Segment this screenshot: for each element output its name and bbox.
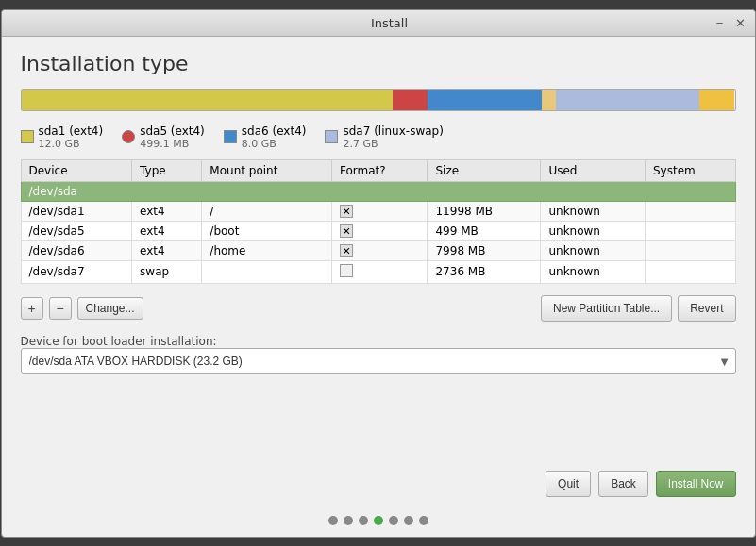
legend-swatch-sda6 [224,130,237,143]
bootloader-select-wrapper[interactable]: /dev/sda ATA VBOX HARDDISK (23.2 GB) [21,348,736,374]
sda1-format: ✕ [331,201,428,221]
legend-sub-sda6: 8.0 GB [242,138,307,150]
table-header-row: Device Type Mount point Format? Size Use… [21,159,735,181]
minimize-button[interactable]: − [714,16,727,29]
col-size: Size [428,159,541,181]
table-row-sda7[interactable]: /dev/sda7 swap 2736 MB unknown [21,260,735,283]
sda1-used: unknown [541,201,646,221]
col-format: Format? [331,159,428,181]
table-row-sda6[interactable]: /dev/sda6 ext4 /home ✕ 7998 MB unknown [21,240,735,260]
legend-sda6: sda6 (ext4) 8.0 GB [224,124,307,150]
footer-buttons: Quit Back Install Now [2,463,755,508]
sda7-size: 2736 MB [428,260,541,283]
disk-segment-sda6 [428,90,542,110]
legend-swatch-sda1 [21,130,34,143]
sda6-mount: /home [202,240,332,260]
legend-swatch-sda5 [122,130,135,143]
disk-legend: sda1 (ext4) 12.0 GB sda5 (ext4) 499.1 MB… [21,124,736,150]
sda7-used: unknown [541,260,646,283]
dot-5 [389,516,398,525]
disk-segment-gap [542,90,556,110]
bottom-controls: + − Change... New Partition Table... Rev… [21,295,736,322]
sda5-format-check: ✕ [340,224,353,238]
legend-swatch-sda7 [325,130,338,143]
install-now-button[interactable]: Install Now [656,471,736,497]
col-device: Device [21,159,132,181]
sda5-mount: /boot [202,221,332,240]
legend-sda7: sda7 (linux-swap) 2.7 GB [325,124,443,150]
col-system: System [646,159,736,181]
change-partition-button[interactable]: Change... [77,297,143,320]
revert-button[interactable]: Revert [678,295,735,322]
sda6-format: ✕ [331,240,428,260]
sda6-format-check: ✕ [340,244,353,257]
sda7-type: swap [132,260,202,283]
sda1-type: ext4 [132,201,202,221]
sda6-size: 7998 MB [428,240,541,260]
legend-sub-sda7: 2.7 GB [343,138,443,150]
titlebar-controls: − ✕ [714,16,748,29]
quit-button[interactable]: Quit [546,471,591,497]
dot-4 [374,516,383,525]
sda5-type: ext4 [132,221,202,240]
remove-partition-button[interactable]: − [49,297,72,320]
sda7-format [331,260,428,283]
main-content: Installation type sda1 (ext4) 12.0 GB [2,37,755,463]
sda5-device: /dev/sda5 [21,221,132,240]
sda7-system [646,260,736,283]
col-mount: Mount point [202,159,332,181]
sda6-type: ext4 [132,240,202,260]
legend-label-sda5: sda5 (ext4) [140,124,205,138]
add-partition-button[interactable]: + [21,297,43,320]
dot-1 [328,516,338,525]
disk-segment-sda5 [393,90,428,110]
window-title: Install [66,16,714,30]
sda5-system [646,221,736,240]
disk-segment-free [699,90,735,110]
legend-sda1: sda1 (ext4) 12.0 GB [21,124,104,150]
dot-7 [419,516,428,525]
legend-label-sda7: sda7 (linux-swap) [343,124,443,138]
legend-sda5: sda5 (ext4) 499.1 MB [122,124,205,150]
progress-dots [2,508,755,537]
table-row-sda1[interactable]: /dev/sda1 ext4 / ✕ 11998 MB unknown [21,201,735,221]
dot-2 [344,516,353,525]
legend-label-sda1: sda1 (ext4) [39,124,104,138]
sda5-used: unknown [541,221,646,240]
back-button[interactable]: Back [598,471,648,497]
new-partition-table-button[interactable]: New Partition Table... [541,295,672,322]
table-row-sda[interactable]: /dev/sda [21,181,735,201]
page-title: Installation type [21,52,736,75]
sda1-system [646,201,736,221]
close-button[interactable]: ✕ [734,16,748,29]
disk-segment-sda7 [556,90,698,110]
sda7-device: /dev/sda7 [21,260,132,283]
bootloader-label: Device for boot loader installation: [21,335,736,348]
col-used: Used [541,159,646,181]
dot-3 [359,516,368,525]
sda6-used: unknown [541,240,646,260]
col-type: Type [132,159,202,181]
sda-device-cell: /dev/sda [21,181,735,201]
install-window: Install − ✕ Installation type sda1 (ext4… [1,9,756,538]
titlebar: Install − ✕ [2,10,755,37]
sda6-device: /dev/sda6 [21,240,132,260]
disk-segment-sda1 [22,90,393,110]
table-row-sda5[interactable]: /dev/sda5 ext4 /boot ✕ 499 MB unknown [21,221,735,240]
bootloader-select[interactable]: /dev/sda ATA VBOX HARDDISK (23.2 GB) [21,348,736,374]
sda1-format-check: ✕ [340,205,353,218]
sda7-mount [202,260,332,283]
sda7-format-check [340,264,353,277]
sda5-size: 499 MB [428,221,541,240]
sda1-size: 11998 MB [428,201,541,221]
legend-sub-sda1: 12.0 GB [39,138,104,150]
dot-6 [404,516,413,525]
partition-table: Device Type Mount point Format? Size Use… [21,159,736,284]
legend-sub-sda5: 499.1 MB [140,138,205,150]
disk-bar [21,89,736,111]
bootloader-section: Device for boot loader installation: /de… [21,331,736,374]
sda1-device: /dev/sda1 [21,201,132,221]
sda6-system [646,240,736,260]
legend-label-sda6: sda6 (ext4) [242,124,307,138]
sda1-mount: / [202,201,332,221]
